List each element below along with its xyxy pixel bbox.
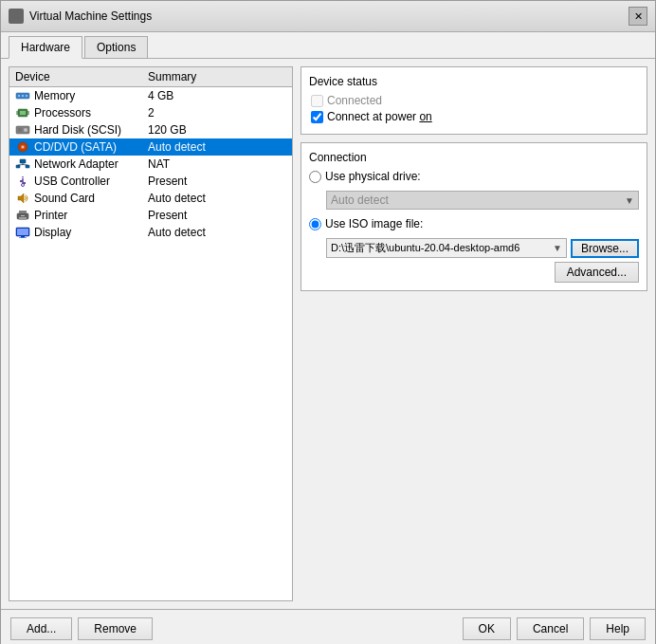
column-device: Device [15,70,148,83]
summary-cell: Auto detect [148,192,286,205]
iso-file-dropdown[interactable]: D:\迅雷下载\ubuntu-20.04-desktop-amd6 ▼ [326,238,567,258]
iso-radio[interactable] [309,218,321,230]
svg-rect-19 [26,165,29,168]
table-header: Device Summary [9,67,292,87]
memory-icon [15,90,30,101]
iso-dropdown-arrow-icon: ▼ [553,243,562,253]
iso-label: Use ISO image file: [325,217,423,230]
svg-rect-3 [26,95,27,97]
device-status-section: Device status Connected Connect at power… [301,66,647,135]
footer-right-buttons: OK Cancel Help [463,617,646,640]
svg-rect-11 [24,128,27,132]
physical-drive-radio[interactable] [309,171,321,183]
physical-drive-label: Use physical drive: [325,170,421,183]
usb-icon [15,175,30,187]
physical-drive-row: Use physical drive: [309,170,639,183]
summary-cell: Present [148,175,286,188]
connect-power-label: Connect at power on [327,110,432,123]
connection-title: Connection [309,151,639,164]
table-body: Memory 4 GB [9,87,292,600]
iso-row: Use ISO image file: [309,217,639,230]
svg-rect-29 [19,211,27,213]
connect-power-row: Connect at power on [309,110,639,123]
connection-section: Connection Use physical drive: Auto dete… [301,142,647,291]
help-button[interactable]: Help [590,617,646,640]
table-row[interactable]: Display Auto detect [9,224,292,241]
tab-options[interactable]: Options [84,36,148,58]
iso-file-row: D:\迅雷下载\ubuntu-20.04-desktop-amd6 ▼ Brow… [309,238,639,258]
table-row[interactable]: Memory 4 GB [9,87,292,104]
connection-options: Use physical drive: Auto detect ▼ [309,170,639,258]
table-row[interactable]: USB Controller Present [9,173,292,190]
connected-checkbox[interactable] [311,95,323,107]
device-name: Printer [34,209,67,222]
table-row[interactable]: Hard Disk (SCSI) 120 GB [9,121,292,138]
device-cell: Memory [15,89,148,102]
device-cell: Hard Disk (SCSI) [15,123,148,137]
processor-icon [15,107,30,119]
table-row[interactable]: Sound Card Auto detect [9,190,292,207]
svg-rect-33 [17,229,28,235]
device-name: Network Adapter [34,157,118,171]
device-list-panel: Device Summary Memory 4 GB [9,66,293,601]
right-panel: Device status Connected Connect at power… [301,66,647,601]
sound-icon [15,193,30,204]
summary-cell: 2 [148,106,286,120]
tab-bar: Hardware Options [1,32,655,59]
device-name: USB Controller [34,175,110,188]
title-bar: Virtual Machine Settings ✕ [1,1,655,32]
printer-icon [15,210,30,221]
display-icon [15,227,30,238]
device-cell: Printer [15,209,148,222]
iso-file-value: D:\迅雷下载\ubuntu-20.04-desktop-amd6 [331,241,519,255]
virtual-machine-settings-window: Virtual Machine Settings ✕ Hardware Opti… [0,0,656,644]
svg-line-22 [23,165,27,166]
device-status-title: Device status [309,75,639,88]
device-name: Hard Disk (SCSI) [34,123,121,137]
close-button[interactable]: ✕ [629,7,647,26]
connect-power-text: Connect at power [327,110,419,123]
dropdown-arrow-icon: ▼ [625,195,634,206]
auto-detect-dropdown[interactable]: Auto detect ▼ [326,191,639,210]
device-cell: CD/DVD (SATA) [15,140,148,154]
device-name: Sound Card [34,192,95,205]
table-row-cddvd[interactable]: CD/DVD (SATA) Auto detect [9,138,292,156]
svg-rect-30 [19,217,27,220]
footer: Add... Remove OK Cancel Help [1,609,655,644]
device-cell: Sound Card [15,192,148,205]
svg-rect-24 [20,180,23,182]
auto-detect-label: Auto detect [331,193,389,207]
hdd-icon [15,124,30,136]
svg-rect-17 [20,159,26,163]
device-cell: Display [15,226,148,239]
tab-hardware[interactable]: Hardware [9,36,82,59]
advanced-button[interactable]: Advanced... [555,262,639,283]
svg-point-26 [22,184,25,187]
auto-detect-row: Auto detect ▼ [309,191,639,210]
table-row[interactable]: Printer Present [9,207,292,224]
connected-label: Connected [327,94,382,107]
table-row[interactable]: Processors 2 [9,104,292,121]
cddvd-icon [15,141,30,153]
vm-icon [9,9,24,24]
network-icon [15,158,30,170]
summary-cell: Present [148,209,286,222]
content-area: Device Summary Memory 4 GB [1,59,655,609]
device-name: Processors [34,106,91,120]
connect-power-underline: on [419,110,431,123]
title-bar-left: Virtual Machine Settings [9,9,152,24]
device-cell: Network Adapter [15,157,148,171]
add-button[interactable]: Add... [10,617,72,640]
cancel-button[interactable]: Cancel [517,617,584,640]
remove-button[interactable]: Remove [78,617,153,640]
summary-cell: 120 GB [148,123,286,137]
svg-line-21 [18,165,23,166]
connect-power-checkbox[interactable] [311,111,323,123]
summary-cell: Auto detect [148,140,286,154]
svg-rect-18 [16,165,20,168]
device-name: Memory [34,89,75,102]
table-row[interactable]: Network Adapter NAT [9,156,292,173]
browse-button[interactable]: Browse... [571,239,639,258]
ok-button[interactable]: OK [463,617,511,640]
window-title: Virtual Machine Settings [29,9,152,23]
